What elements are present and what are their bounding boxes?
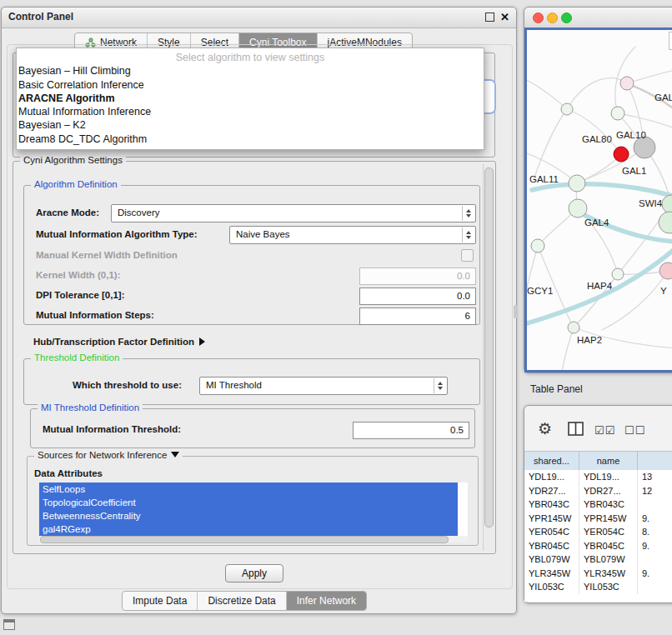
show-columns-icon[interactable] [568, 422, 584, 437]
table-row[interactable]: YDR27...YDR27...12 [524, 484, 672, 498]
group-title: Algorithm Definition [31, 179, 121, 189]
network-node[interactable] [531, 239, 544, 252]
table-cell: 8. [638, 525, 672, 539]
aracne-mode-select[interactable]: Discovery [111, 204, 476, 222]
table-row[interactable]: YBR043CYBR043C [524, 498, 672, 512]
scrollbar-thumb[interactable] [40, 536, 449, 543]
network-node[interactable] [568, 322, 579, 333]
which-threshold-label: Which threshold to use: [73, 380, 182, 390]
combo-stepper-icon [462, 206, 474, 221]
network-node[interactable] [611, 107, 624, 120]
dropdown-item[interactable]: Basic Correlation Inference [17, 78, 484, 92]
tab-label: Infer Network [297, 595, 356, 607]
mi-steps-field[interactable]: 6 [359, 308, 476, 325]
table-row[interactable]: YLR345WYLR345W9. [524, 567, 672, 581]
network-node[interactable] [659, 212, 672, 233]
list-item-selected[interactable]: SelfLoops [39, 482, 458, 496]
network-node[interactable] [612, 268, 624, 280]
table-panel-title: Table Panel [530, 383, 583, 395]
zoom-traffic-icon[interactable] [561, 12, 572, 23]
control-panel-window: Control Panel ✕ Network Style Select Cyn… [1, 7, 517, 614]
dpi-tolerance-label: DPI Tolerance [0,1]: [36, 290, 125, 300]
combo-stepper-icon [434, 378, 446, 393]
network-node[interactable] [561, 103, 573, 115]
dropdown-item[interactable]: Bayesian – Hill Climbing [17, 64, 484, 78]
apply-button[interactable]: Apply [225, 564, 283, 582]
which-threshold-select[interactable]: MI Threshold [199, 377, 448, 395]
network-node-label: HAP2 [577, 335, 602, 345]
network-node[interactable] [662, 195, 672, 213]
network-canvas[interactable]: GALGAL80GAL10GAL11GAL1SWI4GAL4GCY1HAP4HA… [524, 28, 672, 372]
aracne-mode-label: Aracne Mode: [36, 208, 99, 218]
table-cell: YDR27... [524, 484, 579, 498]
mi-type-value: Naive Bayes [236, 229, 290, 239]
mi-threshold-field[interactable]: 0.5 [353, 422, 469, 439]
table-cell: YDL19... [524, 470, 579, 484]
table-row[interactable]: YBR045CYBR045C9. [524, 539, 672, 553]
hub-definition-toggle[interactable]: Hub/Transcription Factor Definition [33, 333, 205, 348]
mi-threshold-definition-group: MI Threshold Definition Mutual Informati… [30, 408, 475, 448]
kernel-width-field[interactable]: 0.0 [359, 268, 476, 285]
table-cell: YBL079W [579, 552, 638, 567]
network-node-label: GAL80 [582, 134, 612, 144]
close-window-icon[interactable]: ✕ [500, 12, 509, 22]
network-node-label: GAL [654, 92, 672, 102]
network-edge [562, 328, 574, 372]
list-horizontal-scrollbar[interactable] [39, 536, 468, 542]
settings-gear-icon[interactable]: ⚙ [538, 419, 552, 438]
list-item-selected[interactable]: BetweennessCentrality [39, 509, 458, 522]
table-panel-window: ⚙ ☑☑ ☐☐ shared... name YDL19...YDL19...1… [524, 405, 672, 603]
scrollbar-thumb[interactable] [484, 168, 494, 528]
table-row[interactable]: YIL053CYIL053C [524, 580, 672, 594]
control-panel-titlebar[interactable]: Control Panel ✕ [2, 8, 516, 28]
dropdown-item[interactable]: Bayesian – K2 [17, 118, 484, 132]
network-node[interactable] [569, 175, 585, 192]
tab-infer-network[interactable]: Infer Network [287, 592, 366, 610]
manual-kernel-checkbox[interactable] [461, 249, 474, 262]
mi-type-select[interactable]: Naive Bayes [229, 226, 476, 244]
float-window-icon[interactable] [485, 12, 494, 22]
table-header: shared... name [524, 451, 672, 471]
network-node[interactable] [614, 147, 629, 162]
table-cell: 13 [638, 470, 672, 484]
tab-impute-data[interactable]: Impute Data [123, 592, 198, 610]
column-header[interactable]: shared... [524, 452, 579, 470]
table-cell: YIL053C [579, 580, 638, 594]
settings-scrollbar[interactable] [483, 164, 494, 551]
restore-panel-icon[interactable] [3, 619, 15, 630]
tab-discretize-data[interactable]: Discretize Data [198, 592, 286, 610]
network-edge [567, 78, 627, 109]
minimize-traffic-icon[interactable] [547, 12, 558, 23]
clear-all-checkboxes-icon[interactable]: ☐☐ [624, 424, 645, 437]
attributes-list[interactable]: SelfLoops TopologicalCoefficient Between… [39, 482, 468, 542]
dropdown-item[interactable]: Dream8 DC_TDC Algorithm [17, 132, 484, 146]
table-row[interactable]: YER054CYER054C8. [524, 525, 672, 539]
network-node[interactable] [620, 77, 634, 90]
network-view-titlebar[interactable] [524, 8, 672, 28]
dropdown-item[interactable]: Mutual Information Inference [17, 105, 484, 118]
panel-splitter-handle[interactable] [514, 305, 518, 318]
column-header[interactable]: name [579, 452, 638, 470]
network-node[interactable] [569, 199, 587, 218]
network-node[interactable] [659, 262, 672, 279]
select-all-checkboxes-icon[interactable]: ☑☑ [594, 424, 615, 437]
list-item-selected[interactable]: TopologicalCoefficient [39, 496, 458, 509]
network-scrollbar-fragment[interactable] [669, 32, 672, 50]
table-cell: YLR345W [579, 567, 638, 581]
table-cell: YDL19... [579, 470, 638, 484]
network-edge [534, 109, 567, 180]
table-row[interactable]: YPR145WYPR145W9. [524, 512, 672, 526]
dpi-tolerance-field[interactable]: 0.0 [359, 288, 476, 305]
sources-toggle[interactable]: Sources for Network Inference [34, 450, 183, 460]
kernel-width-label: Kernel Width (0,1): [36, 270, 120, 280]
table-row[interactable]: YDL19...YDL19...13 [524, 470, 672, 484]
column-header[interactable] [638, 452, 672, 470]
mi-steps-label: Mutual Information Steps: [36, 310, 154, 320]
dropdown-item-selected[interactable]: ARACNE Algorithm [17, 92, 484, 105]
network-node-label: GAL4 [584, 218, 609, 228]
network-edge [532, 184, 672, 197]
list-item-selected[interactable]: gal4RGexp [39, 522, 458, 536]
table-cell: 12 [638, 484, 672, 498]
close-traffic-icon[interactable] [533, 12, 544, 23]
table-row[interactable]: YBL079WYBL079W [524, 552, 672, 567]
